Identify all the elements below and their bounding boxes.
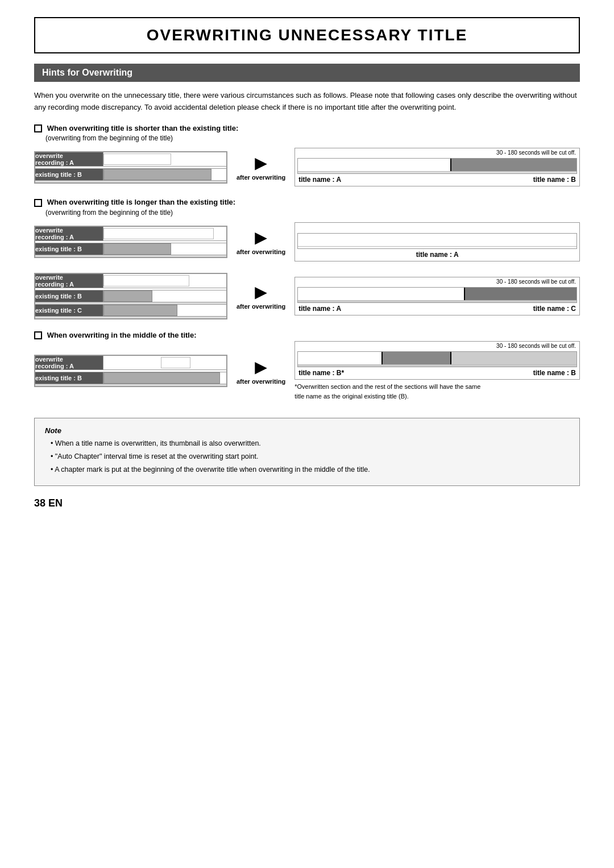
checkbox-icon-1 bbox=[34, 124, 42, 132]
title-name-Bstar-4: title name : B* bbox=[298, 369, 344, 377]
scenario-1-title: When overwriting title is shorter than t… bbox=[34, 124, 580, 133]
diagram-4: overwriterecording : A existing title : … bbox=[34, 341, 580, 401]
before-box-2: overwriterecording : A existing title : … bbox=[34, 226, 227, 258]
scenario-1-subtitle: (overwriting from the beginning of the t… bbox=[45, 134, 580, 142]
note-item-3: • A chapter mark is put at the beginning… bbox=[51, 464, 569, 475]
note-title: Note bbox=[45, 426, 569, 435]
scenario-1: When overwriting title is shorter than t… bbox=[34, 124, 580, 187]
cutoff-note-1: 30 - 180 seconds will be cut off. bbox=[295, 148, 579, 157]
note-item-2: • "Auto Chapter" interval time is reset … bbox=[51, 451, 569, 462]
after-box-1: 30 - 180 seconds will be cut off. title … bbox=[294, 148, 580, 186]
arrow-2: ► after overwriting bbox=[237, 227, 285, 256]
before-box-1: overwriterecording : A existing title : … bbox=[34, 151, 227, 184]
scenario-2-title: When overwriting title is longer than th… bbox=[34, 198, 580, 207]
title-name-B-1: title name : B bbox=[533, 176, 576, 184]
after-box-2: title name : A bbox=[294, 222, 580, 261]
title-name-C-3: title name : C bbox=[533, 305, 576, 313]
scenario-4: When overwriting in the middle of the ti… bbox=[34, 331, 580, 401]
after-box-3: 30 - 180 seconds will be cut off. title … bbox=[294, 277, 580, 315]
checkbox-icon-4 bbox=[34, 331, 42, 339]
arrow-3: ► after overwriting bbox=[237, 282, 285, 310]
cutoff-note-4: 30 - 180 seconds will be cut off. bbox=[295, 342, 579, 350]
after-box-4: 30 - 180 seconds will be cut off. title … bbox=[294, 341, 580, 380]
page-number: 38 EN bbox=[34, 497, 580, 509]
scenario-4-title: When overwriting in the middle of the ti… bbox=[34, 331, 580, 340]
note-item-1: • When a title name is overwritten, its … bbox=[51, 438, 569, 449]
section-header: Hints for Overwriting bbox=[34, 64, 580, 82]
before-box-4: overwriterecording : A existing title : … bbox=[34, 355, 227, 387]
checkbox-icon-2 bbox=[34, 199, 42, 207]
note-box: Note • When a title name is overwritten,… bbox=[34, 418, 580, 485]
title-name-A-3: title name : A bbox=[298, 305, 341, 313]
title-name-A-2: title name : A bbox=[416, 251, 459, 259]
after-box-4-wrapper: 30 - 180 seconds will be cut off. title … bbox=[294, 341, 580, 401]
title-name-A-1: title name : A bbox=[298, 176, 341, 184]
diagram-2: overwriterecording : A existing title : … bbox=[34, 222, 580, 261]
scenario-2: When overwriting title is longer than th… bbox=[34, 198, 580, 261]
scenario-2-subtitle: (overwriting from the beginning of the t… bbox=[45, 209, 580, 217]
cutoff-note-3: 30 - 180 seconds will be cut off. bbox=[295, 277, 579, 286]
diagram-3: overwriterecording : A existing title : … bbox=[34, 273, 580, 319]
before-box-3: overwriterecording : A existing title : … bbox=[34, 273, 227, 319]
arrow-4: ► after overwriting bbox=[237, 357, 285, 385]
intro-text: When you overwrite on the unnecessary ti… bbox=[34, 90, 580, 114]
arrow-1: ► after overwriting bbox=[237, 153, 285, 181]
scenario-3: overwriterecording : A existing title : … bbox=[34, 273, 580, 319]
title-name-B-4: title name : B bbox=[533, 369, 576, 377]
footnote: *Overwritten section and the rest of the… bbox=[294, 382, 488, 401]
diagram-1: overwriterecording : A existing title : … bbox=[34, 148, 580, 186]
page-title: OVERWRITING UNNECESSARY TITLE bbox=[34, 17, 580, 53]
